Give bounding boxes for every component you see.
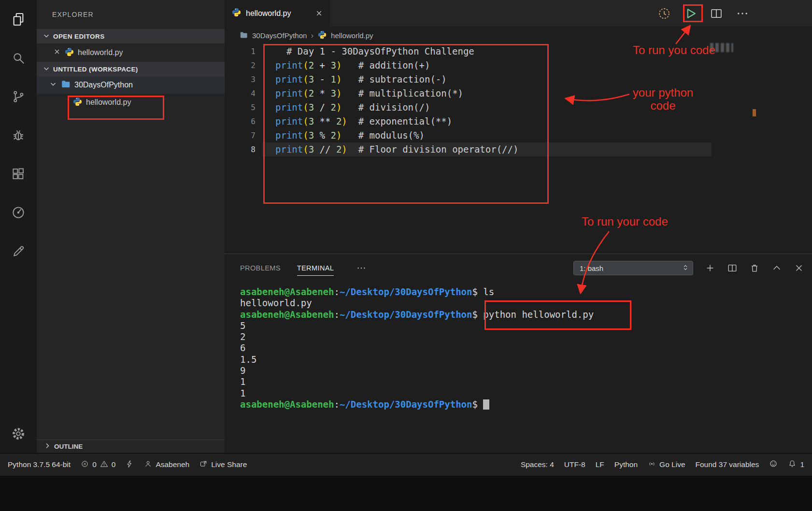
pen-icon[interactable]	[0, 232, 37, 270]
python-version-label: Python 3.7.5 64-bit	[8, 460, 71, 469]
screen-background	[0, 476, 812, 511]
shell-selector-value: 1: bash	[580, 264, 603, 272]
status-encoding[interactable]: UTF-8	[564, 460, 585, 469]
code-area[interactable]: 1 # Day 1 - 30DaysOfPython Challenge2pri…	[225, 44, 812, 156]
code-line-2[interactable]: 2print(2 + 3) # addition(+)	[225, 58, 812, 72]
status-python-version[interactable]: Python 3.7.5 64-bit	[8, 460, 71, 469]
live-share-label: Live Share	[211, 460, 247, 469]
status-go-live[interactable]: Go Live	[648, 460, 685, 470]
terminal-line: helloworld.py	[240, 298, 812, 309]
python-file-icon	[64, 47, 74, 59]
gauge-icon[interactable]	[0, 193, 37, 232]
tab-helloworld[interactable]: helloworld.py	[225, 0, 330, 27]
status-language-mode[interactable]: Python	[614, 460, 638, 469]
breadcrumb-folder[interactable]: 30DaysOfPython	[252, 31, 307, 40]
code-editor[interactable]: 1 # Day 1 - 30DaysOfPython Challenge2pri…	[225, 44, 812, 254]
open-editor-item-helloworld[interactable]: helloworld.py	[37, 43, 225, 62]
error-icon	[81, 460, 89, 470]
status-lightning[interactable]	[126, 460, 134, 470]
error-count: 0	[92, 460, 97, 469]
terminal-line: 2	[240, 331, 812, 342]
status-bar-left: Python 3.7.5 64-bit 0 0 Asabeneh Live Sh…	[8, 460, 247, 470]
status-indentation[interactable]: Spaces: 4	[521, 460, 554, 469]
breadcrumb-separator: ›	[311, 31, 313, 41]
eol-label: LF	[596, 460, 604, 469]
folder-item-30daysofpython[interactable]: 30DaysOfPython	[37, 76, 225, 94]
smiley-icon	[769, 459, 778, 470]
source-control-icon[interactable]	[0, 77, 37, 116]
status-eol[interactable]: LF	[596, 460, 604, 469]
terminal-line: 1	[240, 388, 812, 399]
tab-problems[interactable]: PROBLEMS	[240, 254, 281, 282]
run-button[interactable]	[683, 6, 698, 21]
live-share-icon	[199, 460, 208, 470]
terminal-line: 1.5	[240, 354, 812, 365]
chevron-down-icon	[43, 65, 50, 74]
encoding-label: UTF-8	[564, 460, 585, 469]
outline-section[interactable]: OUTLINE	[37, 440, 225, 453]
more-actions-icon[interactable]	[735, 6, 750, 21]
code-line-8[interactable]: 8print(3 // 2) # Floor division operator…	[225, 142, 812, 156]
vscode-window: EXPLORER OPEN EDITORS helloworld.py UNTI…	[0, 0, 812, 511]
tab-terminal[interactable]: TERMINAL	[297, 254, 334, 282]
code-line-1[interactable]: 1 # Day 1 - 30DaysOfPython Challenge	[225, 44, 812, 58]
new-terminal-icon[interactable]	[705, 263, 715, 273]
clock-icon[interactable]	[656, 6, 672, 21]
code-line-4[interactable]: 4print(2 * 3) # multiplication(*)	[225, 86, 812, 100]
terminal-line: 1	[240, 376, 812, 387]
explorer-sidebar: EXPLORER OPEN EDITORS helloworld.py UNTI…	[37, 0, 225, 453]
open-editor-file-label: helloworld.py	[78, 48, 123, 57]
person-icon	[144, 460, 152, 470]
breadcrumb-file[interactable]: helloworld.py	[331, 31, 373, 40]
terminal-line: asabeneh@Asabeneh:~/Desktop/30DaysOfPyth…	[240, 309, 812, 320]
kill-terminal-icon[interactable]	[749, 263, 760, 273]
settings-gear-icon[interactable]	[0, 414, 37, 453]
warning-count: 0	[112, 460, 116, 469]
broadcast-icon	[648, 460, 656, 470]
warning-icon	[100, 460, 108, 470]
status-variables[interactable]: Found 37 variables	[696, 460, 759, 469]
go-live-label: Go Live	[659, 460, 685, 469]
outline-label: OUTLINE	[54, 443, 83, 450]
maximize-panel-icon[interactable]	[771, 263, 782, 273]
status-bar: Python 3.7.5 64-bit 0 0 Asabeneh Live Sh…	[0, 453, 812, 476]
status-feedback[interactable]	[769, 459, 778, 470]
code-line-7[interactable]: 7print(3 % 2) # modulus(%)	[225, 128, 812, 142]
status-problems[interactable]: 0 0	[81, 460, 115, 470]
code-line-6[interactable]: 6print(3 ** 2) # exponential(**)	[225, 114, 812, 128]
editor-actions	[656, 0, 750, 27]
editor-tabbar: helloworld.py	[225, 0, 812, 27]
python-file-icon	[231, 7, 242, 19]
select-arrows-icon	[682, 264, 689, 272]
open-editors-header[interactable]: OPEN EDITORS	[37, 29, 225, 43]
explorer-icon[interactable]	[0, 0, 37, 39]
notification-count: 1	[800, 460, 804, 469]
split-terminal-icon[interactable]	[727, 263, 738, 273]
spaces-label: Spaces: 4	[521, 460, 554, 469]
file-item-helloworld[interactable]: helloworld.py	[37, 94, 225, 111]
code-line-5[interactable]: 5print(3 / 2) # division(/)	[225, 100, 812, 114]
split-editor-icon[interactable]	[709, 6, 724, 21]
terminal-output[interactable]: asabeneh@Asabeneh:~/Desktop/30DaysOfPyth…	[225, 283, 812, 453]
status-live-share[interactable]: Live Share	[199, 460, 247, 470]
python-file-icon	[317, 30, 327, 41]
more-icon[interactable]	[356, 263, 367, 273]
close-icon[interactable]	[53, 48, 61, 57]
folder-icon	[60, 79, 71, 91]
shell-selector[interactable]: 1: bash	[573, 261, 693, 275]
run-debug-icon[interactable]	[0, 116, 37, 155]
status-notifications[interactable]: 1	[788, 459, 804, 470]
account-label: Asabeneh	[156, 460, 189, 469]
editor-group: helloworld.py 30DaysOfPython	[225, 0, 812, 453]
lightning-icon	[126, 460, 134, 470]
status-account[interactable]: Asabeneh	[144, 460, 189, 470]
close-panel-icon[interactable]	[794, 263, 804, 273]
panel-controls: 1: bash	[573, 254, 804, 282]
terminal-line: asabeneh@Asabeneh:~/Desktop/30DaysOfPyth…	[240, 399, 812, 410]
search-icon[interactable]	[0, 39, 37, 77]
close-icon[interactable]	[315, 9, 323, 17]
open-editors-label: OPEN EDITORS	[53, 33, 105, 40]
code-line-3[interactable]: 3print(3 - 1) # subtraction(-)	[225, 72, 812, 86]
workspace-header[interactable]: UNTITLED (WORKSPACE)	[37, 62, 225, 76]
extensions-icon[interactable]	[0, 155, 37, 193]
